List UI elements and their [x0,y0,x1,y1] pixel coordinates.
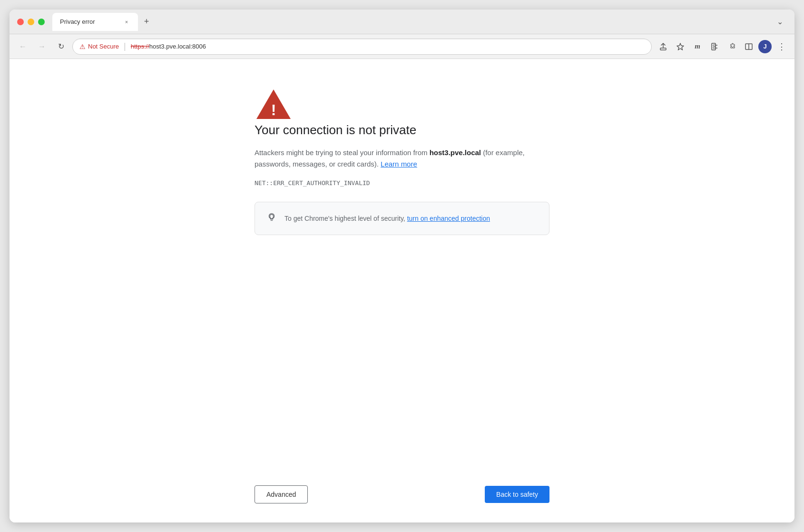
bulb-icon [266,212,277,225]
enhanced-protection-link[interactable]: turn on enhanced protection [407,215,490,222]
profile-avatar[interactable]: J [758,40,772,53]
bookmark-button[interactable] [673,39,688,54]
more-icon: ⋮ [777,41,785,52]
not-secure-label: Not Secure [88,43,119,50]
traffic-lights [17,19,45,25]
advanced-button[interactable]: Advanced [255,485,308,503]
svg-marker-0 [677,43,684,50]
bookmark-icon [677,43,684,50]
title-bar: Privacy error × + ⌄ [10,10,794,34]
svg-rect-1 [712,43,716,50]
url-https: https:// [131,43,149,50]
learn-more-link[interactable]: Learn more [381,160,417,168]
svg-text:!: ! [271,101,276,118]
extensions-button[interactable] [724,39,739,54]
error-container: ! Your connection is not private Attacke… [235,88,569,474]
tab-dropdown-button[interactable]: ⌄ [773,15,787,28]
warning-triangle-icon: ⚠ [79,43,86,50]
error-heading: Your connection is not private [255,123,549,138]
domain-highlight: host3.pve.local [430,148,481,157]
back-button[interactable]: ← [15,39,30,54]
error-description: Attackers might be trying to steal your … [255,147,549,170]
split-screen-icon [745,43,753,50]
profile-initial: J [763,43,766,50]
address-separator: | [124,41,126,51]
b-extension-icon [711,43,718,50]
b-extension-button[interactable] [707,39,722,54]
forward-button[interactable]: → [34,39,49,54]
url-rest: host3.pve.local:8006 [149,43,206,50]
error-code: NET::ERR_CERT_AUTHORITY_INVALID [255,179,549,187]
back-to-safety-button[interactable]: Back to safety [485,486,549,503]
new-tab-button[interactable]: + [140,15,153,29]
browser-window: Privacy error × + ⌄ ← → ↻ ⚠ Not Secure |… [10,10,794,522]
close-traffic-light[interactable] [17,19,24,25]
bottom-actions: Advanced Back to safety [235,474,569,522]
security-suggestion-box: To get Chrome's highest level of securit… [255,202,549,235]
active-tab[interactable]: Privacy error × [52,13,138,31]
address-bar[interactable]: ⚠ Not Secure | https://host3.pve.local:8… [72,39,652,55]
split-screen-button[interactable] [741,39,756,54]
tab-bar: Privacy error × + ⌄ [52,13,787,31]
nav-actions: m [656,39,789,54]
page-content: ! Your connection is not private Attacke… [10,59,794,522]
reload-button[interactable]: ↻ [53,39,69,54]
maximize-traffic-light[interactable] [38,19,45,25]
puzzle-icon [728,43,735,50]
security-suggestion-text: To get Chrome's highest level of securit… [284,215,490,222]
security-warning[interactable]: ⚠ Not Secure [79,43,119,50]
nav-bar: ← → ↻ ⚠ Not Secure | https://host3.pve.l… [10,34,794,59]
m-icon: m [695,42,700,50]
forward-icon: → [38,42,46,51]
security-suggestion-prefix: To get Chrome's highest level of securit… [284,215,407,222]
back-icon: ← [19,42,27,51]
tab-close-button[interactable]: × [123,18,130,26]
m-extension-button[interactable]: m [690,39,705,54]
more-menu-button[interactable]: ⋮ [774,39,789,54]
tab-title: Privacy error [60,18,119,25]
warning-triangle: ! [255,88,293,121]
reload-icon: ↻ [58,42,64,51]
url-display: https://host3.pve.local:8006 [131,43,645,50]
description-before: Attackers might be trying to steal your … [255,148,430,157]
share-button[interactable] [656,39,671,54]
minimize-traffic-light[interactable] [28,19,34,25]
share-icon [659,43,667,50]
